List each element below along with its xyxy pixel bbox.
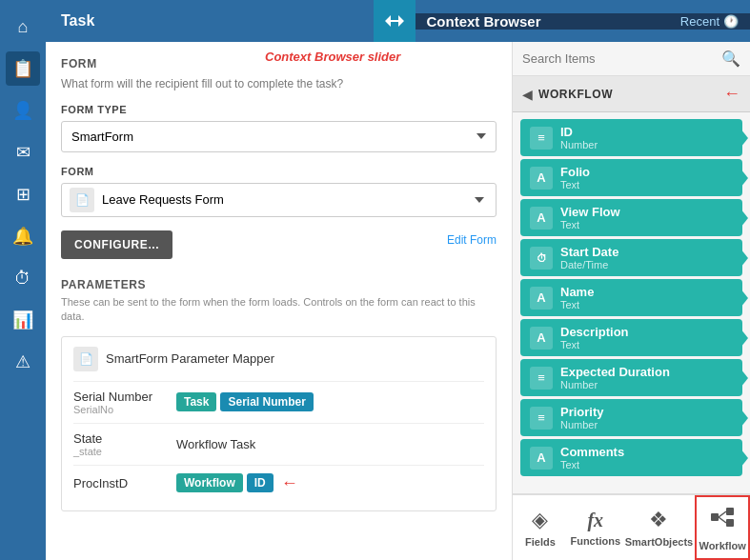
params-title: PARAMETERS <box>61 278 497 291</box>
toolbar-fields[interactable]: ◈ Fields <box>513 495 568 560</box>
toolbar-workflow[interactable]: Workflow <box>695 495 750 560</box>
context-items-list: ≡ ID Number A Folio Text <box>513 112 750 493</box>
context-item-description-info: Description Text <box>560 325 733 350</box>
mapper-field-serial: Serial Number SerialNo <box>73 390 169 415</box>
recent-icon: 🕐 <box>723 14 739 29</box>
nav-icon-clock[interactable]: ⏱ <box>6 261 40 295</box>
mapper-row-serial: Serial Number SerialNo Task Serial Numbe… <box>73 381 484 423</box>
fields-icon: ◈ <box>532 508 548 532</box>
context-item-name-info: Name Text <box>560 285 733 310</box>
svg-line-4 <box>719 517 726 523</box>
nav-icon-users[interactable]: 👤 <box>6 93 40 128</box>
params-desc: These can be sent to the form when the f… <box>61 295 497 325</box>
workflow-label: Workflow <box>699 540 745 551</box>
search-bar: 🔍 <box>513 42 750 76</box>
nav-icon-home[interactable]: ⌂ <box>6 10 40 44</box>
context-item-folio[interactable]: A Folio Text <box>520 159 742 196</box>
nav-icon-warning[interactable]: ⚠ <box>6 345 40 379</box>
svg-rect-0 <box>711 513 719 521</box>
context-item-comments-icon: A <box>530 447 553 470</box>
mapper-value-state: Workflow Task <box>176 437 484 451</box>
mapper-field-procinstd: ProcInstD <box>73 476 169 490</box>
mapper-row-state: State _state Workflow Task <box>73 423 484 465</box>
nav-icon-forms[interactable]: 📋 <box>6 51 40 86</box>
mapper-icon: 📄 <box>73 347 98 371</box>
form-section-desc: What form will the recipient fill out to… <box>61 76 497 92</box>
context-item-viewflow-info: View Flow Text <box>560 205 733 230</box>
smartobjects-label: SmartObjects <box>625 536 694 548</box>
context-item-description-icon: A <box>530 327 553 350</box>
mapper-value-serial: Task Serial Number <box>176 392 484 411</box>
configure-button[interactable]: CONFIGURE... <box>61 230 172 259</box>
nav-icon-layers[interactable]: ⊞ <box>6 177 40 211</box>
tag-workflow: Workflow <box>176 473 243 492</box>
workflow-chevron-icon: ◀ <box>522 87 533 102</box>
mapper-row-procinstd: ProcInstD Workflow ID ← <box>73 465 484 501</box>
form-type-select[interactable]: SmartForm HTML Form Classic Form <box>61 121 497 152</box>
fields-label: Fields <box>525 536 556 548</box>
form-section-title: FORM <box>61 57 497 70</box>
context-item-startdate-icon: ⏱ <box>530 247 553 270</box>
workflow-arrow-icon: ← <box>723 84 740 104</box>
search-input[interactable] <box>522 51 721 66</box>
header-right: Context Browser Recent 🕐 <box>416 13 751 30</box>
context-browser-title: Context Browser <box>427 13 541 30</box>
context-panel: 🔍 ◀ WORKFLOW ← ≡ ID Number <box>513 42 750 560</box>
mapper-value-procinstd: Workflow ID ← <box>176 473 484 493</box>
context-item-folio-icon: A <box>530 167 553 190</box>
context-item-expectedduration-info: Expected Duration Number <box>560 365 733 390</box>
mapper-field-state: State _state <box>73 431 169 457</box>
page-title: Task <box>46 12 374 30</box>
smartobjects-icon: ❖ <box>649 508 668 532</box>
context-item-folio-info: Folio Text <box>560 165 733 190</box>
nav-icon-report[interactable]: 📊 <box>6 303 40 337</box>
sidebar: ⌂ 📋 👤 ✉ ⊞ 🔔 ⏱ 📊 ⚠ <box>0 0 46 560</box>
nav-icon-mail[interactable]: ✉ <box>6 135 40 170</box>
functions-label: Functions <box>570 535 620 547</box>
toolbar-functions[interactable]: fx Functions <box>568 495 623 560</box>
svg-line-3 <box>719 511 726 517</box>
context-item-priority-info: Priority Number <box>560 405 733 430</box>
context-item-comments-info: Comments Text <box>560 445 733 470</box>
context-item-startdate[interactable]: ⏱ Start Date Date/Time <box>520 239 742 276</box>
workflow-icon <box>709 504 736 536</box>
form-value-icon: 📄 <box>70 188 94 212</box>
tag-serial-number: Serial Number <box>220 392 313 411</box>
mapper-header: 📄 SmartForm Parameter Mapper <box>73 347 484 371</box>
bottom-toolbar: ◈ Fields fx Functions ❖ SmartObjects <box>513 493 750 560</box>
nav-icon-bell[interactable]: 🔔 <box>6 219 40 253</box>
tag-task: Task <box>176 392 216 411</box>
context-item-expectedduration-icon: ≡ <box>530 367 553 390</box>
form-value-select[interactable]: Leave Requests Form <box>102 192 488 207</box>
context-item-viewflow-icon: A <box>530 207 553 230</box>
state-value-text: Workflow Task <box>176 437 255 451</box>
recent-button[interactable]: Recent 🕐 <box>680 14 739 29</box>
search-icon[interactable]: 🔍 <box>721 50 740 68</box>
context-item-id[interactable]: ≡ ID Number <box>520 119 742 156</box>
context-item-name[interactable]: A Name Text <box>520 279 742 316</box>
context-item-id-info: ID Number <box>560 125 733 150</box>
workflow-title: WORKFLOW <box>538 88 718 101</box>
context-item-viewflow[interactable]: A View Flow Text <box>520 199 742 236</box>
toolbar-smartobjects[interactable]: ❖ SmartObjects <box>623 495 696 560</box>
svg-rect-2 <box>726 519 734 527</box>
form-label: FORM <box>61 166 497 177</box>
context-item-expectedduration[interactable]: ≡ Expected Duration Number <box>520 359 742 396</box>
arrow-icon: ← <box>281 473 298 493</box>
svg-rect-1 <box>726 508 734 515</box>
form-value-container: 📄 Leave Requests Form <box>61 183 497 217</box>
context-item-description[interactable]: A Description Text <box>520 319 742 356</box>
context-item-priority-icon: ≡ <box>530 407 553 430</box>
functions-icon: fx <box>587 510 603 531</box>
context-browser-toggle[interactable] <box>374 0 416 42</box>
mapper-box: 📄 SmartForm Parameter Mapper Serial Numb… <box>61 336 497 511</box>
mapper-title: SmartForm Parameter Mapper <box>106 351 274 366</box>
context-item-comments[interactable]: A Comments Text <box>520 439 742 476</box>
edit-form-link[interactable]: Edit Form <box>447 233 497 247</box>
context-item-name-icon: A <box>530 287 553 310</box>
tag-id: ID <box>247 473 274 492</box>
context-item-priority[interactable]: ≡ Priority Number <box>520 399 742 436</box>
context-item-id-icon: ≡ <box>530 127 553 150</box>
context-item-startdate-info: Start Date Date/Time <box>560 245 733 270</box>
form-panel: FORM What form will the recipient fill o… <box>46 42 513 560</box>
